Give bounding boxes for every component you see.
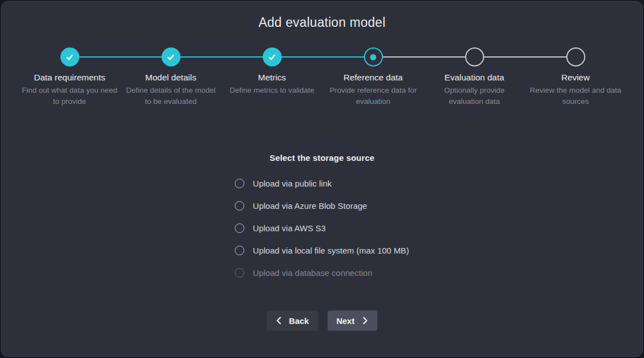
next-button[interactable]: Next: [328, 311, 378, 331]
storage-source-options: Upload via public link Upload via Azure …: [2, 172, 642, 284]
option-upload-database-connection: Upload via database connection: [235, 261, 409, 284]
step-metrics[interactable]: Metrics Define metrics to validate: [221, 47, 323, 96]
wizard-actions: Back Next: [2, 311, 642, 331]
option-label: Upload via local file system (max 100 MB…: [253, 246, 409, 255]
dialog-panel: Add evaluation model Data requirements F…: [1, 1, 643, 357]
step-connector-line: [383, 56, 465, 58]
option-label: Upload via Azure Blob Storage: [253, 201, 367, 211]
step-description: Review the model and data sources: [528, 85, 624, 107]
step-connector-line: [484, 56, 566, 58]
check-icon: [165, 52, 176, 63]
active-step-dot: [370, 54, 376, 60]
step-status-circle: [566, 47, 585, 66]
step-status-circle: [60, 47, 79, 66]
step-description: Find out what data you need to provide: [22, 85, 118, 107]
radio-button-icon[interactable]: [235, 223, 244, 233]
step-label: Reference data: [323, 73, 424, 83]
option-upload-local-file[interactable]: Upload via local file system (max 100 MB…: [235, 239, 409, 261]
step-description: Define metrics to validate: [224, 85, 320, 96]
option-label: Upload via AWS S3: [253, 223, 325, 233]
check-icon: [267, 52, 277, 63]
step-label: Data requirements: [19, 73, 120, 83]
radio-button-icon[interactable]: [235, 201, 244, 211]
back-button[interactable]: Back: [267, 311, 318, 331]
wizard-stepper: Data requirements Find out what data you…: [19, 47, 626, 114]
step-description: Optionally provide evaluation data: [427, 85, 523, 107]
step-status-circle: [263, 47, 282, 66]
step-status-circle: [364, 47, 383, 66]
option-label: Upload via database connection: [253, 268, 372, 278]
option-upload-aws-s3[interactable]: Upload via AWS S3: [235, 217, 409, 239]
chevron-right-icon: [362, 316, 368, 325]
check-icon: [64, 52, 75, 63]
option-upload-public-link[interactable]: Upload via public link: [235, 172, 409, 194]
next-button-label: Next: [337, 316, 355, 326]
chevron-left-icon: [276, 316, 282, 325]
radio-button-icon[interactable]: [235, 246, 244, 255]
step-connector-line: [79, 56, 162, 58]
form-heading: Select the storage source: [2, 153, 642, 163]
radio-button-icon: [235, 268, 244, 278]
step-status-circle: [465, 47, 484, 66]
dialog-title: Add evaluation model: [2, 15, 642, 30]
back-button-label: Back: [289, 316, 309, 326]
radio-button-icon[interactable]: [235, 179, 244, 188]
step-label: Metrics: [221, 73, 323, 83]
step-description: Define details of the model to be evalua…: [123, 85, 219, 107]
step-description: Provide reference data for evaluation: [325, 85, 422, 107]
step-label: Review: [525, 73, 626, 83]
option-upload-azure-blob[interactable]: Upload via Azure Blob Storage: [235, 194, 409, 217]
step-status-circle: [162, 47, 181, 66]
step-connector-line: [282, 56, 364, 58]
step-label: Model details: [120, 73, 221, 83]
option-label: Upload via public link: [253, 179, 332, 188]
step-connector-line: [181, 56, 263, 58]
step-label: Evaluation data: [424, 73, 525, 83]
